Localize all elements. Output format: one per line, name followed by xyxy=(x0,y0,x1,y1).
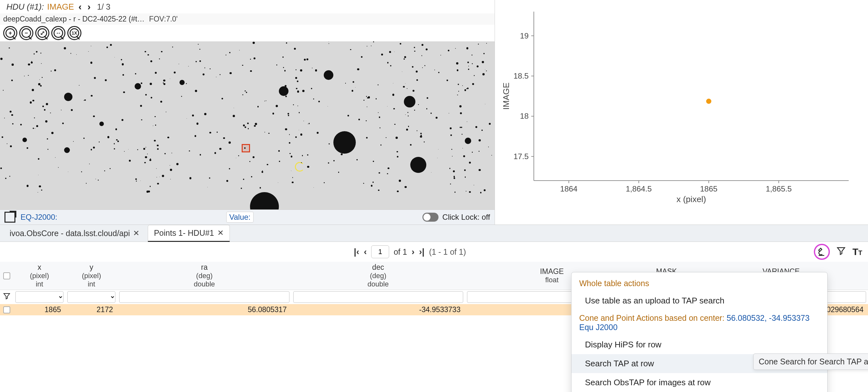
cell-x: 1865 xyxy=(13,304,65,315)
svg-text:18: 18 xyxy=(520,112,529,120)
pixel-value-label: Value: xyxy=(226,212,253,223)
image-footer: EQ-J2000: Value: Click Lock: off xyxy=(0,209,495,225)
row-checkbox[interactable] xyxy=(3,306,10,313)
zoom-toolbar: + − ⤢ ↔ 1X xyxy=(0,25,495,41)
svg-text:IMAGE: IMAGE xyxy=(501,82,511,110)
pager-last-button[interactable]: ›| xyxy=(419,247,424,257)
svg-text:1865: 1865 xyxy=(700,185,717,193)
svg-text:1,864.5: 1,864.5 xyxy=(626,185,652,193)
col-header-ra[interactable]: ra(deg)double xyxy=(117,262,291,290)
svg-text:1864: 1864 xyxy=(560,185,578,193)
cell-ra: 56.0805317 xyxy=(117,304,291,315)
hdu-next-button[interactable]: › xyxy=(86,1,92,12)
zoom-1x-button[interactable]: 1X xyxy=(67,26,82,40)
filter-y[interactable] xyxy=(67,291,115,303)
filter-x[interactable] xyxy=(16,291,63,303)
tab-0[interactable]: ivoa.ObsCore - data.lsst.cloud/api✕ xyxy=(4,225,145,241)
col-header-x[interactable]: x(pixel)int xyxy=(13,262,65,290)
text-options-icon[interactable]: TT xyxy=(852,246,862,257)
click-lock-label: Click Lock: off xyxy=(442,213,490,222)
popup-cone-item-2[interactable]: Search ObsTAP for images at row xyxy=(571,373,827,392)
row-actions-tooltip: Cone Search for Search TAP at row xyxy=(753,354,868,370)
hdu-header: HDU (#1): IMAGE ‹ › 1/ 3 xyxy=(0,0,495,13)
popup-whole-header: Whole table actions xyxy=(571,276,827,291)
hdu-prev-button[interactable]: ‹ xyxy=(77,1,83,12)
zoom-fit-button[interactable]: ⤢ xyxy=(35,26,49,40)
filter-dec[interactable] xyxy=(293,291,463,303)
pager-row: |‹ ‹ of 1 › ›| (1 - 1 of 1) TT xyxy=(0,242,868,262)
actions-menu-button[interactable] xyxy=(814,244,830,260)
svg-text:x (pixel): x (pixel) xyxy=(676,194,706,204)
hdu-type: IMAGE xyxy=(47,2,74,12)
pager-range: (1 - 1 of 1) xyxy=(429,247,466,257)
pager-prev-button[interactable]: ‹ xyxy=(364,247,367,257)
click-lock-toggle[interactable] xyxy=(423,213,438,222)
tab-label: ivoa.ObsCore - data.lsst.cloud/api xyxy=(10,229,130,238)
cell-dec: -34.9533733 xyxy=(291,304,465,315)
pager-page-input[interactable] xyxy=(371,245,389,258)
pager-of-label: of 1 xyxy=(394,247,407,257)
cell-y: 2172 xyxy=(65,304,117,315)
tab-close-icon[interactable]: ✕ xyxy=(133,229,140,238)
hdu-label: HDU (#1): xyxy=(6,2,44,12)
zoom-out-button[interactable]: − xyxy=(19,26,33,40)
image-name: deepCoadd_calexp - r - DC2-4025-22 (#t… xyxy=(3,15,145,23)
sky-image[interactable] xyxy=(0,41,495,209)
target-marker[interactable] xyxy=(295,162,305,172)
tab-label: Points 1- HDU#1 xyxy=(154,228,214,238)
col-header-y[interactable]: y(pixel)int xyxy=(65,262,117,290)
row-actions-popup: Whole table actionsUse table as an uploa… xyxy=(571,272,828,392)
pager-first-button[interactable]: |‹ xyxy=(354,247,359,257)
scatter-chart[interactable]: 18641,864.518651,865.517.51818.519x (pix… xyxy=(498,3,855,208)
image-title-bar: deepCoadd_calexp - r - DC2-4025-22 (#t… … xyxy=(0,13,495,25)
zoom-in-button[interactable]: + xyxy=(3,26,17,40)
selection-marker[interactable] xyxy=(242,144,250,152)
table-tools: TT xyxy=(814,244,862,260)
popup-cone-header: Cone and Point Actions based on center: … xyxy=(571,310,827,335)
svg-text:17.5: 17.5 xyxy=(514,152,529,161)
select-all-checkbox[interactable] xyxy=(3,272,10,279)
pager: |‹ ‹ of 1 › ›| (1 - 1 of 1) xyxy=(354,245,466,258)
microscope-icon xyxy=(817,247,827,257)
chart-panel: 18641,864.518651,865.517.51818.519x (pix… xyxy=(495,0,868,225)
filter-ra[interactable] xyxy=(119,291,289,303)
table-tabbar: ivoa.ObsCore - data.lsst.cloud/api✕Point… xyxy=(0,225,868,242)
hdu-counter: 1/ 3 xyxy=(97,2,111,11)
filter-icon[interactable] xyxy=(836,246,846,258)
tab-1[interactable]: Points 1- HDU#1✕ xyxy=(148,225,230,242)
zoom-fill-button[interactable]: ↔ xyxy=(51,26,65,40)
image-viewer-panel: HDU (#1): IMAGE ‹ › 1/ 3 deepCoadd_calex… xyxy=(0,0,495,225)
pager-next-button[interactable]: › xyxy=(411,247,414,257)
coord-system-label[interactable]: EQ-J2000: xyxy=(21,213,57,222)
svg-text:18.5: 18.5 xyxy=(514,72,529,80)
expand-icon[interactable] xyxy=(4,212,16,223)
popup-whole-item-0[interactable]: Use table as an upload to TAP search xyxy=(571,291,827,310)
col-header-dec[interactable]: dec(deg)double xyxy=(291,262,465,290)
svg-text:1,865.5: 1,865.5 xyxy=(766,185,792,193)
svg-point-20 xyxy=(706,99,711,104)
image-fov: FOV:7.0' xyxy=(149,15,178,23)
tab-close-icon[interactable]: ✕ xyxy=(217,228,224,237)
filter-icon[interactable] xyxy=(3,292,10,302)
svg-text:19: 19 xyxy=(520,31,529,40)
popup-cone-item-0[interactable]: Display HiPS for row xyxy=(571,335,827,354)
